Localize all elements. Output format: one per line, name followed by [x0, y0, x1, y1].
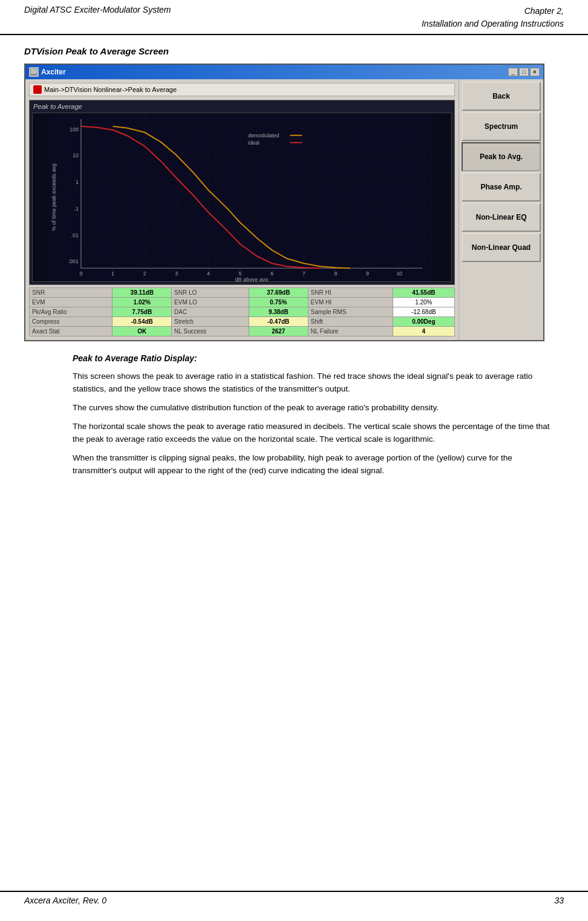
- svg-text:9: 9: [366, 270, 369, 277]
- desc-para-3: The horizontal scale shows the peak to a…: [73, 421, 558, 446]
- svg-rect-6: [50, 113, 434, 281]
- samplerms-label: Sample RMS: [308, 307, 393, 317]
- snrhi-value: 41.55dB: [393, 288, 454, 298]
- svg-text:7: 7: [302, 270, 305, 277]
- snrlo-label: SNR LO: [172, 288, 249, 298]
- stats-row-1: SNR 39.11dB SNR LO 37.69dB SNR HI 41.55d…: [30, 288, 455, 298]
- desc-para-4: When the transmitter is clipping signal …: [73, 452, 558, 477]
- evmlo-label: EVM LO: [172, 298, 249, 307]
- screenshot-window: Axciter _ □ ✕ Main->DTVision Nonlinear->…: [24, 64, 544, 341]
- nlfailure-label: NL Failure: [308, 327, 393, 336]
- snrhi-label: SNR HI: [308, 288, 393, 298]
- svg-text:0: 0: [79, 270, 82, 277]
- maximize-button[interactable]: □: [519, 68, 529, 76]
- snrlo-value: 37.69dB: [249, 288, 308, 298]
- shift-value: 0.00Deg: [393, 317, 454, 327]
- nlfailure-value: 4: [393, 327, 454, 336]
- stats-row-3: Pk/Avg Ratio 7.75dB DAC 9.38dB Sample RM…: [30, 307, 455, 317]
- header-left-text: Digital ATSC Exciter-Modulator System: [24, 5, 171, 15]
- page-header: Digital ATSC Exciter-Modulator System Ch…: [0, 0, 588, 35]
- peak-to-avg-button[interactable]: Peak to Avg.: [462, 142, 541, 171]
- phase-amp-button[interactable]: Phase Amp.: [462, 172, 541, 202]
- spectrum-button[interactable]: Spectrum: [462, 112, 541, 141]
- window-titlebar: Axciter _ □ ✕: [25, 65, 543, 79]
- svg-text:5: 5: [239, 270, 242, 277]
- pkavg-value: 7.75dB: [113, 307, 172, 317]
- close-button[interactable]: ✕: [530, 68, 540, 76]
- desc-para-1: This screen shows the peak to average ra…: [73, 370, 558, 396]
- graph-section: Peak to Average: [29, 100, 455, 285]
- left-panel: Main->DTVision Nonlinear->Peak to Averag…: [25, 79, 459, 340]
- svg-text:demodulated: demodulated: [248, 133, 279, 139]
- svg-text:% of time peak exceeds avg: % of time peak exceeds avg: [51, 163, 57, 231]
- svg-text:6: 6: [270, 270, 273, 277]
- evm-label: EVM: [30, 298, 113, 307]
- snr-label: SNR: [30, 288, 113, 298]
- back-button[interactable]: Back: [462, 82, 541, 111]
- compress-label: Compress: [30, 317, 113, 327]
- svg-text:8: 8: [334, 270, 337, 277]
- axactstat-label: Axact Stat: [30, 327, 113, 336]
- svg-text:10: 10: [396, 270, 402, 277]
- description-section: Peak to Average Ratio Display: This scre…: [24, 353, 564, 477]
- dac-label: DAC: [172, 307, 249, 317]
- main-content: DTVision Peak to Average Screen Axciter …: [0, 35, 588, 495]
- stretch-label: Stretch: [172, 317, 249, 327]
- svg-text:2: 2: [143, 270, 146, 277]
- desc-para-2: The curves show the cumulative distribut…: [73, 402, 558, 415]
- snr-value: 39.11dB: [113, 288, 172, 298]
- footer-right: 33: [554, 896, 564, 905]
- svg-rect-1: [31, 69, 37, 74]
- nonlinear-quad-button[interactable]: Non-Linear Quad: [462, 233, 541, 262]
- stats-row-4: Compress -0.54dB Stretch -0.47dB Shift 0…: [30, 317, 455, 327]
- compress-value: -0.54dB: [113, 317, 172, 327]
- section-title: DTVision Peak to Average Screen: [24, 46, 564, 56]
- evm-value: 1.02%: [113, 298, 172, 307]
- breadcrumb-text: Main->DTVision Nonlinear->Peak to Averag…: [44, 86, 177, 93]
- desc-subtitle: Peak to Average Ratio Display:: [73, 353, 564, 363]
- svg-text:ideal: ideal: [248, 140, 260, 146]
- window-content: Main->DTVision Nonlinear->Peak to Averag…: [25, 79, 543, 340]
- minimize-button[interactable]: _: [508, 68, 518, 76]
- stats-row-5: Axact Stat OK NL Success 2627 NL Failure…: [30, 327, 455, 336]
- svg-text:1: 1: [111, 270, 114, 277]
- nonlinear-eq-button[interactable]: Non-Linear EQ: [462, 203, 541, 232]
- evmhi-label: EVM HI: [308, 298, 393, 307]
- stats-table: SNR 39.11dB SNR LO 37.69dB SNR HI 41.55d…: [29, 287, 455, 336]
- window-controls: _ □ ✕: [508, 68, 540, 76]
- svg-text:100: 100: [70, 126, 79, 133]
- pkavg-label: Pk/Avg Ratio: [30, 307, 113, 317]
- stretch-value: -0.47dB: [249, 317, 308, 327]
- svg-text:1: 1: [76, 179, 79, 185]
- svg-text:.01: .01: [71, 232, 79, 238]
- samplerms-value: -12.68dB: [393, 307, 454, 317]
- breadcrumb-icon: [33, 85, 42, 94]
- evmlo-value: 0.75%: [249, 298, 308, 307]
- axactstat-value: OK: [113, 327, 172, 336]
- right-sidebar: Back Spectrum Peak to Avg. Phase Amp. No…: [459, 79, 543, 340]
- header-right-text: Chapter 2, Installation and Operating In…: [422, 5, 564, 30]
- svg-text:.1: .1: [74, 206, 78, 212]
- dac-value: 9.38dB: [249, 307, 308, 317]
- evmhi-value: 1.20%: [393, 298, 454, 307]
- stats-row-2: EVM 1.02% EVM LO 0.75% EVM HI 1.20%: [30, 298, 455, 307]
- window-icon: [29, 67, 39, 77]
- breadcrumb: Main->DTVision Nonlinear->Peak to Averag…: [29, 83, 455, 96]
- window-title: Axciter: [41, 68, 66, 76]
- nlsuccess-value: 2627: [249, 327, 308, 336]
- svg-text:4: 4: [207, 270, 210, 277]
- shift-label: Shift: [308, 317, 393, 327]
- svg-text:3: 3: [175, 270, 178, 277]
- svg-text:10: 10: [73, 152, 79, 159]
- graph-title: Peak to Average: [32, 103, 452, 110]
- nlsuccess-label: NL Success: [172, 327, 249, 336]
- footer-left: Axcera Axciter, Rev. 0: [24, 896, 106, 905]
- svg-text:.001: .001: [68, 258, 79, 264]
- page-footer: Axcera Axciter, Rev. 0 33: [0, 891, 588, 909]
- svg-text:dB above avg: dB above avg: [235, 277, 269, 281]
- graph-area: 100 10 1 .1 .01 .001 0 1 2 3 4: [32, 113, 452, 282]
